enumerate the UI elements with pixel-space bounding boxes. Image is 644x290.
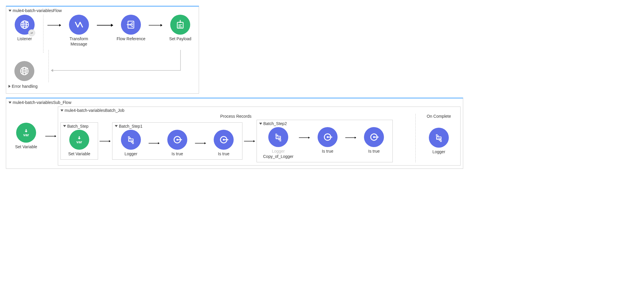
transform-label-1: Transform <box>70 36 88 42</box>
node-step-setvar[interactable]: Set Variable <box>63 130 95 157</box>
logger-icon <box>272 131 284 143</box>
flow-title: mule4-batch-variablesFlow <box>13 8 62 13</box>
listener-label: Listener <box>17 36 32 42</box>
setvar-label: Set Variable <box>15 144 37 150</box>
expand-icon[interactable] <box>9 85 11 88</box>
batch-step2-title: Batch_Step2 <box>263 121 287 126</box>
batch-step2-panel[interactable]: Batch_Step2 Logger Copy_of_Logger <box>257 120 393 162</box>
error-handling-section[interactable]: Error handling <box>9 84 196 89</box>
setpayload-icon <box>174 19 186 31</box>
node-transform[interactable]: Transform Message <box>63 15 95 47</box>
batch-step1-title: Batch_Step1 <box>119 124 142 129</box>
batch-job-title-bar[interactable]: mule4-batch-variablesBatch_Job <box>60 108 458 113</box>
batch-job-panel[interactable]: mule4-batch-variablesBatch_Job Process R… <box>58 107 461 166</box>
node-listener[interactable]: ⇄ Listener <box>9 15 41 42</box>
node-step1-istrue2[interactable]: Is true <box>208 130 240 157</box>
batch-step1-panel[interactable]: Batch_Step1 Logger Is true <box>112 122 242 160</box>
collapse-icon[interactable] <box>63 125 66 127</box>
flow-panel[interactable]: mule4-batch-variablesFlow ⇄ Listener Tra… <box>6 6 199 94</box>
batch-step-title: Batch_Step <box>67 124 88 129</box>
error-handling-label: Error handling <box>12 84 38 89</box>
arrow-icon <box>148 140 160 146</box>
istrue-icon <box>218 134 230 146</box>
batch-step-panel[interactable]: Batch_Step Set Variable <box>60 122 98 160</box>
arrow-icon <box>45 133 57 139</box>
node-step1-istrue1[interactable]: Is true <box>161 130 193 157</box>
istrue-icon <box>322 131 333 143</box>
istrue-icon <box>368 131 380 143</box>
batch-step2-title-bar[interactable]: Batch_Step2 <box>259 121 390 126</box>
batch-step-title-bar[interactable]: Batch_Step <box>63 124 95 129</box>
arrow-icon <box>244 138 255 144</box>
step1-istrue1-label: Is true <box>172 151 183 157</box>
arrow-icon <box>47 22 62 28</box>
transform-icon <box>73 19 85 31</box>
subflow-panel[interactable]: mule4-batch-variablesSub_Flow Set Variab… <box>6 98 463 169</box>
arrow-icon <box>299 135 310 141</box>
return-path <box>28 50 192 79</box>
batch-step1-title-bar[interactable]: Batch_Step1 <box>115 124 240 129</box>
on-complete-label: On Complete <box>420 114 458 119</box>
node-flowref[interactable]: Flow Reference <box>115 15 147 42</box>
collapse-icon[interactable] <box>9 10 11 12</box>
globe-icon <box>19 19 31 31</box>
globe-icon <box>18 65 30 77</box>
step1-logger-label: Logger <box>124 151 137 157</box>
arrow-icon <box>96 22 114 28</box>
node-step2-logger[interactable]: Logger Copy_of_Logger <box>259 127 297 159</box>
arrow-icon <box>345 135 357 141</box>
node-response[interactable] <box>14 61 34 81</box>
flowref-label: Flow Reference <box>117 36 145 42</box>
step2-istrue2-label: Is true <box>368 149 380 154</box>
logger-icon <box>433 132 445 144</box>
collapse-icon[interactable] <box>60 109 63 112</box>
collapse-icon[interactable] <box>259 123 262 125</box>
arrow-icon <box>99 138 111 144</box>
flow-title-bar[interactable]: mule4-batch-variablesFlow <box>9 8 196 13</box>
var-icon <box>73 134 85 146</box>
complete-logger-label: Logger <box>432 149 445 155</box>
arrow-icon <box>148 22 163 28</box>
node-setpayload[interactable]: Set Payload <box>164 15 196 42</box>
node-step2-istrue2[interactable]: Is true <box>358 127 390 154</box>
subflow-title: mule4-batch-variablesSub_Flow <box>13 100 71 105</box>
node-set-variable[interactable]: Set Variable <box>9 123 44 150</box>
connector-badge-icon: ⇄ <box>28 29 35 36</box>
node-step2-istrue1[interactable]: Is true <box>311 127 344 154</box>
node-complete-logger[interactable]: Logger <box>423 128 455 155</box>
var-icon <box>20 127 32 139</box>
istrue-icon <box>171 134 183 146</box>
collapse-icon[interactable] <box>9 102 11 104</box>
flowref-icon <box>125 19 137 31</box>
step2-logger-label: Logger <box>272 149 285 154</box>
batch-job-title: mule4-batch-variablesBatch_Job <box>65 108 124 113</box>
collapse-icon[interactable] <box>115 125 118 127</box>
setpayload-label: Set Payload <box>169 36 191 42</box>
process-records-label: Process Records <box>60 114 411 119</box>
subflow-title-bar[interactable]: mule4-batch-variablesSub_Flow <box>9 100 461 105</box>
transform-label-2: Message <box>70 42 87 47</box>
step2-logger-sub-label: Copy_of_Logger <box>263 154 294 159</box>
arrow-icon <box>195 140 206 146</box>
step2-istrue1-label: Is true <box>322 149 333 154</box>
node-step1-logger[interactable]: Logger <box>115 130 147 157</box>
step-setvar-label: Set Variable <box>68 151 90 157</box>
step1-istrue2-label: Is true <box>218 151 230 157</box>
logger-icon <box>125 134 137 146</box>
